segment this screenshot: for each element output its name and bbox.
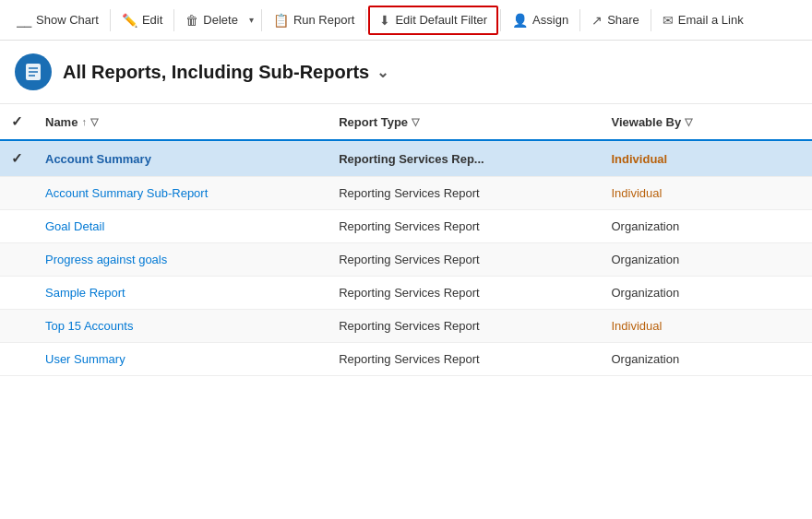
run-report-icon: 📋 (273, 13, 289, 28)
row-check-cell[interactable] (0, 343, 34, 376)
row-type-cell: Reporting Services Report (328, 310, 600, 343)
row-name-cell: Top 15 Accounts (34, 310, 328, 343)
table-row[interactable]: Top 15 AccountsReporting Services Report… (0, 310, 812, 343)
row-check-cell[interactable] (0, 210, 34, 243)
delete-icon: 🗑 (185, 13, 198, 28)
row-name-cell: Goal Detail (34, 210, 328, 243)
report-name-link[interactable]: Top 15 Accounts (45, 319, 133, 333)
dropdown-button[interactable]: ▾ (247, 9, 259, 30)
report-name-link[interactable]: Progress against goals (45, 253, 167, 266)
row-name-cell: User Summary (34, 343, 328, 376)
share-button[interactable]: ↗ Share (582, 7, 649, 33)
edit-button[interactable]: ✏️ Edit (113, 7, 172, 33)
divider-7 (651, 9, 651, 31)
table-row[interactable]: ✓Account SummaryReporting Services Rep..… (0, 140, 812, 177)
row-name-cell: Sample Report (34, 277, 328, 310)
assign-icon: 👤 (512, 13, 528, 28)
row-viewable-cell: Individual (601, 310, 813, 343)
share-icon: ↗ (591, 13, 603, 28)
table-row[interactable]: Sample ReportReporting Services ReportOr… (0, 277, 812, 310)
row-check-cell[interactable] (0, 243, 34, 277)
row-viewable-cell: Individual (601, 140, 813, 177)
check-mark: ✓ (11, 150, 23, 166)
table-row[interactable]: Account Summary Sub-ReportReporting Serv… (0, 177, 812, 210)
row-viewable-cell: Organization (601, 243, 813, 277)
row-type-cell: Reporting Services Report (328, 210, 600, 243)
col-header-report-type: Report Type ▽ (328, 104, 600, 140)
divider-3 (261, 9, 262, 31)
report-name-link[interactable]: Account Summary (45, 152, 151, 166)
divider-4 (365, 9, 366, 31)
toolbar: ⎯⎯ Show Chart ✏️ Edit 🗑 Delete ▾ 📋 Run R… (0, 0, 812, 41)
reports-table: ✓ Name ↑ ▽ Report Type ▽ (0, 104, 812, 376)
col-header-viewable-by: Viewable By ▽ (601, 104, 813, 140)
row-viewable-cell: Organization (601, 277, 813, 310)
type-filter-icon[interactable]: ▽ (412, 116, 419, 128)
name-sort-icon[interactable]: ↑ (81, 116, 87, 127)
row-type-cell: Reporting Services Report (328, 277, 600, 310)
row-type-cell: Reporting Services Rep... (328, 140, 600, 177)
row-name-cell: Progress against goals (34, 243, 328, 277)
report-name-link[interactable]: Sample Report (45, 286, 125, 300)
table-body: ✓Account SummaryReporting Services Rep..… (0, 140, 812, 376)
col-header-name: Name ↑ ▽ (34, 104, 328, 140)
chevron-down-icon: ▾ (249, 15, 254, 25)
row-viewable-cell: Organization (601, 210, 813, 243)
table-row[interactable]: Progress against goalsReporting Services… (0, 243, 812, 277)
table-row[interactable]: Goal DetailReporting Services ReportOrga… (0, 210, 812, 243)
col-header-check: ✓ (0, 104, 34, 140)
viewable-filter-icon[interactable]: ▽ (685, 116, 692, 128)
show-chart-button[interactable]: ⎯⎯ Show Chart (7, 7, 108, 33)
delete-button[interactable]: 🗑 Delete (176, 7, 247, 33)
row-name-cell: Account Summary (34, 140, 328, 177)
filter-icon: ⬇ (379, 13, 390, 28)
row-type-cell: Reporting Services Report (328, 343, 600, 376)
title-dropdown-icon[interactable]: ⌄ (376, 64, 388, 81)
header-icon (15, 53, 52, 90)
row-viewable-cell: Individual (601, 177, 813, 210)
email-icon: ✉ (663, 13, 674, 28)
row-type-cell: Reporting Services Report (328, 243, 600, 277)
chart-icon: ⎯⎯ (17, 13, 31, 28)
run-report-button[interactable]: 📋 Run Report (264, 7, 364, 33)
table-header-row: ✓ Name ↑ ▽ Report Type ▽ (0, 104, 812, 140)
page-title: All Reports, Including Sub-Reports ⌄ (63, 62, 388, 83)
email-link-button[interactable]: ✉ Email a Link (653, 7, 753, 33)
edit-default-filter-button[interactable]: ⬇ Edit Default Filter (368, 6, 498, 35)
reports-table-container: ✓ Name ↑ ▽ Report Type ▽ (0, 104, 812, 518)
table-row[interactable]: User SummaryReporting Services ReportOrg… (0, 343, 812, 376)
report-name-link[interactable]: Goal Detail (45, 219, 104, 233)
assign-button[interactable]: 👤 Assign (503, 7, 578, 33)
divider-2 (173, 9, 174, 31)
divider-1 (110, 9, 111, 31)
row-type-cell: Reporting Services Report (328, 177, 600, 210)
edit-icon: ✏️ (122, 13, 137, 28)
row-check-cell[interactable] (0, 310, 34, 343)
report-name-link[interactable]: User Summary (45, 352, 125, 366)
row-check-cell[interactable] (0, 277, 34, 310)
row-viewable-cell: Organization (601, 343, 813, 376)
page-header: All Reports, Including Sub-Reports ⌄ (0, 41, 812, 104)
report-name-link[interactable]: Account Summary Sub-Report (45, 186, 208, 200)
name-filter-icon[interactable]: ▽ (90, 116, 98, 128)
row-check-cell[interactable] (0, 177, 34, 210)
row-name-cell: Account Summary Sub-Report (34, 177, 328, 210)
divider-6 (579, 9, 580, 31)
divider-5 (500, 9, 501, 31)
row-check-cell[interactable]: ✓ (0, 140, 34, 177)
